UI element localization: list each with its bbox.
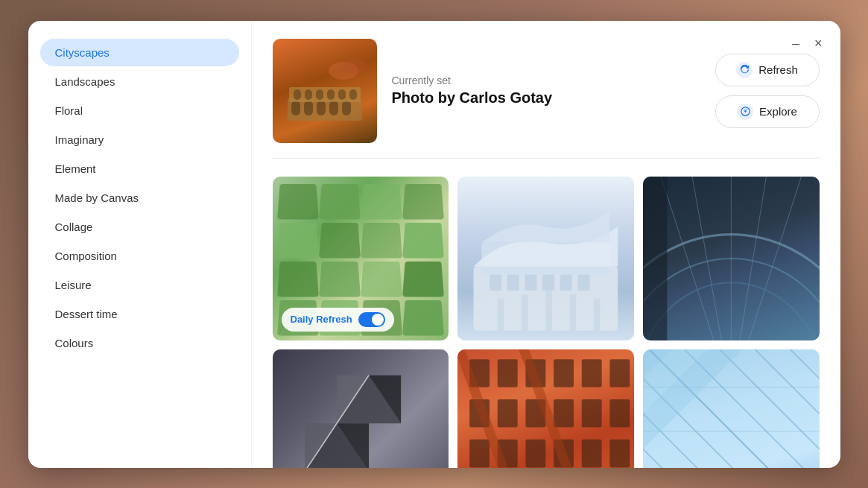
stair-svg [273, 349, 449, 468]
sidebar-item-made-by-canvas[interactable]: Made by Canvas [40, 184, 239, 212]
svg-rect-27 [522, 294, 528, 330]
svg-rect-26 [498, 298, 504, 330]
currently-set-section: Currently set Photo by Carlos Gotay Refr… [273, 39, 820, 159]
dome-svg [643, 177, 820, 340]
minimize-button[interactable]: – [789, 33, 802, 54]
sidebar-item-colours[interactable]: Colours [40, 329, 239, 357]
explore-icon [737, 104, 753, 120]
main-content: – × [252, 21, 840, 468]
svg-rect-69 [582, 439, 602, 467]
refresh-svg [740, 65, 750, 75]
thumbnail-image [273, 39, 377, 143]
svg-rect-28 [545, 291, 552, 331]
svg-rect-25 [578, 274, 590, 291]
svg-rect-13 [327, 89, 335, 100]
svg-rect-39 [643, 177, 667, 340]
svg-rect-23 [542, 274, 554, 291]
svg-rect-24 [560, 274, 572, 291]
currently-set-label: Currently set [392, 75, 700, 86]
svg-rect-22 [525, 274, 537, 291]
svg-rect-4 [291, 101, 300, 115]
orange-building-svg [457, 349, 634, 468]
action-buttons: Refresh Explore [715, 54, 820, 128]
daily-refresh-label: Daily Refresh [291, 314, 352, 325]
svg-rect-62 [554, 399, 574, 427]
svg-rect-58 [610, 359, 630, 387]
svg-rect-14 [338, 89, 346, 100]
svg-rect-6 [317, 101, 326, 115]
photo-bg-5 [457, 349, 634, 468]
refresh-button[interactable]: Refresh [715, 54, 820, 86]
explore-button[interactable]: Explore [715, 95, 820, 128]
svg-rect-29 [570, 294, 577, 330]
svg-rect-11 [305, 89, 312, 100]
svg-rect-30 [594, 298, 601, 330]
refresh-label: Refresh [758, 63, 798, 76]
photo-grid: Daily Refresh [273, 177, 820, 468]
photo-bg-2 [457, 177, 634, 340]
photo-card-2[interactable] [457, 177, 634, 340]
window-controls: – × [789, 33, 826, 54]
sidebar-item-collage[interactable]: Collage [40, 213, 239, 241]
daily-refresh-toggle[interactable] [358, 312, 385, 327]
svg-rect-56 [554, 359, 574, 387]
photo-card-4[interactable] [273, 349, 449, 468]
svg-rect-64 [610, 399, 630, 427]
sidebar-item-floral[interactable]: Floral [40, 97, 239, 124]
photo-card-1[interactable]: Daily Refresh [273, 177, 449, 340]
current-photo-thumbnail [273, 39, 377, 143]
colosseum-illustration [280, 57, 370, 124]
svg-rect-12 [316, 89, 323, 100]
sidebar-item-landscapes[interactable]: Landscapes [40, 68, 239, 95]
photo-bg-4 [273, 349, 449, 468]
svg-rect-57 [582, 359, 602, 387]
arch-svg [457, 177, 634, 340]
current-photo-info: Currently set Photo by Carlos Gotay [392, 75, 700, 107]
photo-bg-3 [643, 177, 820, 340]
svg-rect-67 [526, 439, 546, 467]
svg-rect-5 [304, 101, 313, 115]
sidebar-item-cityscapes[interactable]: Cityscapes [40, 39, 239, 66]
svg-point-17 [744, 110, 746, 112]
svg-rect-63 [582, 399, 602, 427]
svg-rect-15 [349, 89, 357, 100]
sidebar-item-element[interactable]: Element [40, 155, 239, 183]
svg-point-2 [343, 59, 366, 74]
explore-svg [741, 107, 750, 116]
explore-label: Explore [759, 105, 797, 118]
sidebar-item-dessert-time[interactable]: Dessert time [40, 300, 239, 328]
svg-rect-10 [294, 89, 301, 100]
sidebar-item-leisure[interactable]: Leisure [40, 271, 239, 299]
svg-rect-54 [498, 359, 518, 387]
sidebar: Cityscapes Landscapes Floral Imaginary E… [28, 21, 252, 468]
svg-rect-65 [469, 439, 490, 467]
photo-bg-6 [643, 349, 820, 468]
close-button[interactable]: × [811, 33, 826, 54]
photo-card-3[interactable] [643, 177, 820, 340]
sidebar-item-composition[interactable]: Composition [40, 242, 239, 270]
svg-rect-7 [329, 101, 338, 115]
glass-building-svg [643, 349, 820, 468]
svg-rect-70 [610, 439, 630, 467]
refresh-icon [736, 62, 753, 78]
photo-card-5[interactable] [457, 349, 634, 468]
modal-window: Cityscapes Landscapes Floral Imaginary E… [28, 21, 840, 468]
svg-rect-8 [342, 101, 351, 115]
sidebar-item-imaginary[interactable]: Imaginary [40, 126, 239, 153]
photo-card-6[interactable] [643, 349, 820, 468]
daily-refresh-badge: Daily Refresh [282, 308, 394, 332]
svg-rect-20 [490, 274, 501, 291]
svg-rect-21 [507, 274, 519, 291]
current-photo-title: Photo by Carlos Gotay [392, 89, 700, 107]
svg-rect-60 [498, 399, 518, 427]
